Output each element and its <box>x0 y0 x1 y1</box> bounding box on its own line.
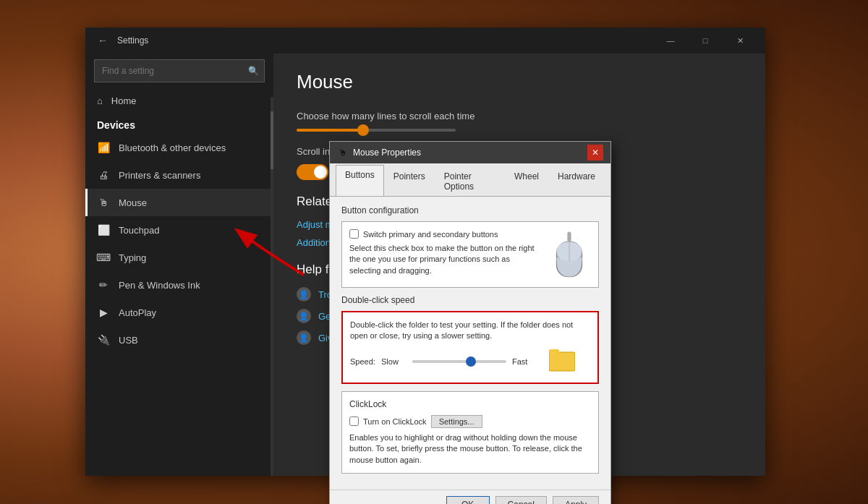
btn-config-section-title: Button configuration <box>341 205 599 215</box>
back-button[interactable]: ← <box>94 32 111 49</box>
clicklock-checkbox[interactable] <box>349 417 359 426</box>
svg-rect-8 <box>549 352 575 371</box>
sidebar-item-autoplay[interactable]: ▶ AutoPlay <box>85 299 273 326</box>
sidebar: 🔍 ⌂ Home Devices 📶 Bluetooth & other dev… <box>85 54 273 476</box>
dialog-mouse-icon: 🖱 <box>337 147 349 158</box>
sidebar-item-label: USB <box>119 335 138 346</box>
sidebar-item-label: Typing <box>119 252 146 263</box>
btn-config-row: Switch primary and secondary buttons Sel… <box>349 229 591 280</box>
switch-buttons-label: Switch primary and secondary buttons <box>363 230 498 239</box>
touchpad-icon: ⬜ <box>97 223 110 236</box>
clicklock-section: ClickLock Turn on ClickLock Settings... … <box>341 391 599 474</box>
tab-hardware[interactable]: Hardware <box>548 166 605 196</box>
speed-fill <box>412 360 469 363</box>
close-button[interactable]: ✕ <box>723 27 757 54</box>
search-icon: 🔍 <box>248 66 259 76</box>
tab-buttons[interactable]: Buttons <box>336 165 384 196</box>
printers-icon: 🖨 <box>97 168 110 181</box>
mouse-icon: 🖱 <box>97 196 110 209</box>
btn-config-text: Switch primary and secondary buttons Sel… <box>349 229 540 276</box>
sidebar-item-printers[interactable]: 🖨 Printers & scanners <box>85 161 273 189</box>
typing-icon: ⌨ <box>97 251 110 264</box>
window-controls: — □ ✕ <box>654 27 757 54</box>
speed-thumb <box>466 356 476 367</box>
search-input[interactable] <box>94 59 265 82</box>
get-help-icon: 👤 <box>297 309 311 323</box>
sidebar-item-label: Mouse <box>119 197 147 208</box>
folder-icon <box>549 348 575 372</box>
sidebar-item-label: Printers & scanners <box>119 170 200 181</box>
dialog-titlebar: 🖱 Mouse Properties ✕ <box>330 142 610 163</box>
clicklock-label: Turn on ClickLock <box>363 417 427 426</box>
dialog-tabs: Buttons Pointers Pointer Options Wheel H… <box>330 163 610 197</box>
switch-buttons-checkbox[interactable] <box>349 229 359 239</box>
slow-label: Slow <box>381 357 407 366</box>
sidebar-item-label: AutoPlay <box>119 307 156 318</box>
sidebar-item-label: Pen & Windows Ink <box>119 280 200 291</box>
minimize-button[interactable]: — <box>654 27 687 54</box>
sidebar-item-label: Bluetooth & other devices <box>119 142 226 153</box>
page-title: Mouse <box>297 71 742 93</box>
clicklock-settings-button[interactable]: Settings... <box>431 415 482 428</box>
dialog-title: Mouse Properties <box>353 148 583 158</box>
clicklock-title: ClickLock <box>349 399 591 409</box>
troubleshooting-icon: 👤 <box>297 287 311 302</box>
speed-slider[interactable] <box>412 360 506 363</box>
svg-rect-6 <box>567 232 571 242</box>
sidebar-item-touchpad[interactable]: ⬜ Touchpad <box>85 216 273 244</box>
sidebar-item-home[interactable]: ⌂ Home <box>85 88 273 114</box>
tab-pointer-options[interactable]: Pointer Options <box>435 166 505 196</box>
slider-thumb <box>357 124 369 136</box>
mouse-properties-dialog[interactable]: 🖱 Mouse Properties ✕ Buttons Pointers Po… <box>329 141 611 504</box>
sidebar-item-pen[interactable]: ✏ Pen & Windows Ink <box>85 271 273 299</box>
ok-button[interactable]: OK <box>446 496 490 504</box>
scroll-lines-slider-track[interactable] <box>297 129 456 132</box>
sidebar-section-title: Devices <box>85 114 273 134</box>
dbl-click-section: Double-click the folder to test your set… <box>341 311 599 384</box>
btn-config-section: Switch primary and secondary buttons Sel… <box>341 221 599 288</box>
sidebar-item-mouse[interactable]: 🖱 Mouse <box>85 189 273 216</box>
give-feedback-icon: 👤 <box>297 330 311 345</box>
search-container: 🔍 <box>94 59 265 82</box>
dialog-close-button[interactable]: ✕ <box>587 145 603 161</box>
dialog-footer: OK Cancel Apply <box>330 490 610 504</box>
sidebar-item-bluetooth[interactable]: 📶 Bluetooth & other devices <box>85 134 273 161</box>
home-icon: ⌂ <box>97 95 103 106</box>
fast-label: Fast <box>512 357 537 366</box>
svg-rect-9 <box>549 349 559 354</box>
pen-icon: ✏ <box>97 278 110 291</box>
titlebar: ← Settings — □ ✕ <box>85 27 765 54</box>
sidebar-item-usb[interactable]: 🔌 USB <box>85 326 273 354</box>
slider-fill <box>297 129 360 132</box>
dbl-click-desc: Double-click the folder to test your set… <box>350 320 590 342</box>
window-title: Settings <box>117 35 654 46</box>
sidebar-item-typing[interactable]: ⌨ Typing <box>85 244 273 271</box>
maximize-button[interactable]: □ <box>689 27 722 54</box>
speed-row: Speed: Slow Fast <box>350 348 590 375</box>
toggle-knob <box>314 166 327 179</box>
bluetooth-icon: 📶 <box>97 141 110 154</box>
mouse-illustration <box>548 229 591 280</box>
tab-pointers[interactable]: Pointers <box>384 166 435 196</box>
scroll-lines-setting: Choose how many lines to scroll each tim… <box>297 111 742 132</box>
apply-button[interactable]: Apply <box>553 496 599 504</box>
cancel-button[interactable]: Cancel <box>495 496 547 504</box>
clicklock-row: Turn on ClickLock Settings... <box>349 415 591 428</box>
tab-wheel[interactable]: Wheel <box>505 166 548 196</box>
dialog-body: Button configuration Switch primary and … <box>330 197 610 490</box>
dbl-click-section-title: Double-click speed <box>341 295 599 305</box>
clicklock-desc: Enables you to highlight or drag without… <box>349 432 591 466</box>
autoplay-icon: ▶ <box>97 306 110 319</box>
usb-icon: 🔌 <box>97 333 110 346</box>
home-label: Home <box>111 95 137 106</box>
scroll-lines-label: Choose how many lines to scroll each tim… <box>297 111 742 121</box>
speed-label: Speed: <box>350 357 375 366</box>
switch-buttons-row: Switch primary and secondary buttons <box>349 229 540 239</box>
scroll-inactive-toggle[interactable] <box>297 164 328 180</box>
test-folder[interactable] <box>549 348 575 375</box>
sidebar-item-label: Touchpad <box>119 225 159 236</box>
btn-config-desc: Select this check box to make the button… <box>349 243 540 276</box>
